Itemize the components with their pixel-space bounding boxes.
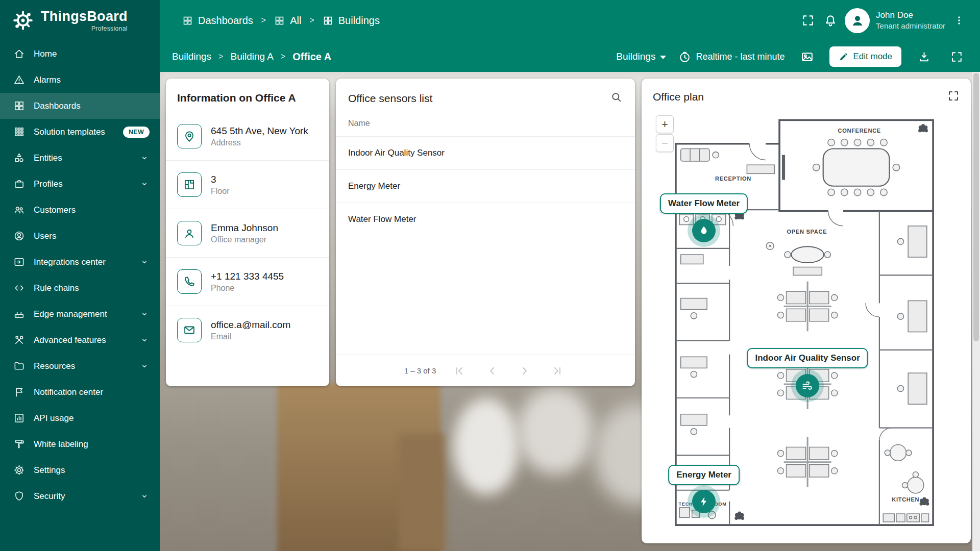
- sidebar-item-api-usage[interactable]: API usage: [0, 405, 160, 431]
- table-row[interactable]: Energy Meter: [336, 170, 635, 203]
- breadcrumb-office-a-state: Office A: [292, 51, 331, 63]
- breadcrumb-dashboards[interactable]: Dashboards: [182, 15, 253, 27]
- room-label-open-space: OPEN SPACE: [787, 229, 827, 235]
- flag-icon: [13, 386, 25, 398]
- sidebar-item-edge-management[interactable]: Edge management: [0, 301, 160, 327]
- dashboard-image-button[interactable]: [797, 46, 817, 67]
- fullscreen-icon: [801, 14, 815, 27]
- sidebar-item-label: White labeling: [34, 439, 88, 449]
- app-root: ThingsBoard Professional Home Alarms Das…: [0, 0, 980, 551]
- sidebar-item-profiles[interactable]: Profiles: [0, 171, 160, 197]
- info-label: Office manager: [211, 235, 278, 244]
- sidebar-item-label: Resources: [34, 361, 75, 371]
- widget-title: Office plan: [653, 91, 704, 103]
- breadcrumb-buildings[interactable]: Buildings: [323, 15, 380, 27]
- zoom-out-button[interactable]: −: [656, 134, 674, 152]
- sidebar: ThingsBoard Professional Home Alarms Das…: [0, 0, 160, 551]
- timewindow-button[interactable]: Realtime - last minute: [678, 51, 785, 63]
- edit-mode-button[interactable]: Edit mode: [829, 46, 901, 67]
- sidebar-item-rule-chains[interactable]: Rule chains: [0, 275, 160, 301]
- image-icon: [801, 51, 814, 63]
- briefcase-icon: [13, 178, 25, 190]
- sidebar-item-label: Advanced features: [34, 335, 106, 345]
- dashboard-toolbar: Buildings > Building A > Office A Buildi…: [160, 41, 980, 72]
- sidebar-item-advanced-features[interactable]: Advanced features: [0, 327, 160, 353]
- chevron-down-icon: [139, 179, 150, 189]
- first-page-button[interactable]: [450, 362, 469, 380]
- info-row-phone: +1 121 333 4455 Phone: [166, 258, 329, 306]
- info-row-floor: 3 Floor: [166, 161, 329, 209]
- widget-fullscreen-button[interactable]: [947, 90, 960, 104]
- tools-icon: [13, 334, 25, 346]
- sidebar-item-label: Security: [34, 491, 65, 502]
- sidebar-item-label: Home: [34, 49, 57, 59]
- marker-label-energy-meter[interactable]: Energy Meter: [668, 465, 740, 485]
- next-page-button[interactable]: [516, 362, 534, 380]
- water-drop-icon: [698, 224, 710, 237]
- user-role: Tenant administrator: [876, 21, 945, 31]
- widget-title: Office sensors list: [348, 92, 432, 105]
- sidebar-item-integrations-center[interactable]: Integrations center: [0, 249, 160, 275]
- chevron-down-icon: [139, 335, 150, 345]
- marker-energy-meter[interactable]: [692, 490, 716, 513]
- sidebar-item-customers[interactable]: Customers: [0, 197, 160, 223]
- integration-icon: [13, 256, 25, 268]
- sidebar-item-notification-center[interactable]: Notification center: [0, 379, 160, 405]
- sidebar-nav: Home Alarms Dashboards Solution template…: [0, 41, 160, 509]
- sidebar-item-label: Customers: [34, 205, 76, 215]
- marker-label-indoor-air-quality-sensor[interactable]: Indoor Air Quality Sensor: [747, 348, 868, 368]
- chevron-down-icon: [139, 153, 150, 163]
- top-bar: Dashboards > All > Buildings: [160, 0, 980, 41]
- info-widget: Information on Office A 645 5th Ave, New…: [166, 79, 329, 386]
- floor-plan-icon: [177, 172, 202, 197]
- breadcrumb-label: Buildings: [338, 15, 380, 27]
- download-icon: [918, 51, 930, 63]
- breadcrumb-all[interactable]: All: [274, 15, 301, 27]
- sidebar-item-home[interactable]: Home: [0, 41, 160, 67]
- marker-indoor-air-quality-sensor[interactable]: [796, 374, 819, 397]
- marker-water-flow-meter[interactable]: [692, 219, 716, 242]
- sidebar-item-users[interactable]: Users: [0, 223, 160, 249]
- warning-icon: [13, 74, 25, 86]
- column-header-name[interactable]: Name: [336, 112, 635, 137]
- sidebar-item-label: Settings: [34, 465, 65, 475]
- user-avatar[interactable]: [845, 8, 870, 33]
- sidebar-item-label: Integrations center: [34, 257, 106, 267]
- breadcrumb-building-a-state[interactable]: Building A: [230, 51, 274, 62]
- bell-icon: [824, 14, 837, 27]
- info-value: office.a@mail.com: [211, 319, 290, 331]
- notifications-button[interactable]: [819, 9, 842, 32]
- app-logo[interactable]: ThingsBoard Professional: [0, 0, 160, 41]
- user-menu[interactable]: John Doe Tenant administrator: [876, 10, 945, 31]
- sidebar-item-label: Notification center: [34, 387, 103, 397]
- sidebar-item-dashboards[interactable]: Dashboards: [0, 93, 160, 119]
- previous-page-button[interactable]: [483, 362, 501, 380]
- search-button[interactable]: [610, 91, 623, 106]
- fullscreen-button[interactable]: [797, 9, 819, 32]
- breadcrumb-buildings-state[interactable]: Buildings: [172, 51, 211, 62]
- chevron-down-icon: [139, 309, 150, 319]
- air-quality-icon: [801, 380, 814, 392]
- zoom-in-button[interactable]: +: [656, 115, 674, 133]
- sidebar-item-entities[interactable]: Entities: [0, 145, 160, 171]
- sidebar-item-security[interactable]: Security: [0, 483, 160, 509]
- top-breadcrumb: Dashboards > All > Buildings: [182, 15, 380, 27]
- table-row[interactable]: Indoor Air Quality Sensor: [336, 137, 635, 170]
- download-button[interactable]: [914, 46, 934, 67]
- scrollbar-thumb[interactable]: [973, 73, 979, 341]
- vertical-scrollbar[interactable]: [972, 72, 980, 551]
- sidebar-item-settings[interactable]: Settings: [0, 457, 160, 483]
- gear-icon: [13, 464, 25, 476]
- last-page-button[interactable]: [548, 362, 567, 380]
- main-area: Dashboards > All > Buildings: [160, 0, 980, 551]
- info-value: Emma Johnson: [211, 222, 278, 234]
- sidebar-item-resources[interactable]: Resources: [0, 353, 160, 379]
- dashboard-fullscreen-button[interactable]: [946, 46, 967, 67]
- more-menu-button[interactable]: [950, 9, 968, 32]
- sidebar-item-white-labeling[interactable]: White labeling: [0, 431, 160, 457]
- table-row[interactable]: Water Flow Meter: [336, 203, 635, 236]
- sidebar-item-alarms[interactable]: Alarms: [0, 67, 160, 93]
- sidebar-item-solution-templates[interactable]: Solution templates NEW: [0, 119, 160, 145]
- marker-label-water-flow-meter[interactable]: Water Flow Meter: [660, 193, 748, 214]
- entity-select[interactable]: Buildings: [616, 51, 666, 62]
